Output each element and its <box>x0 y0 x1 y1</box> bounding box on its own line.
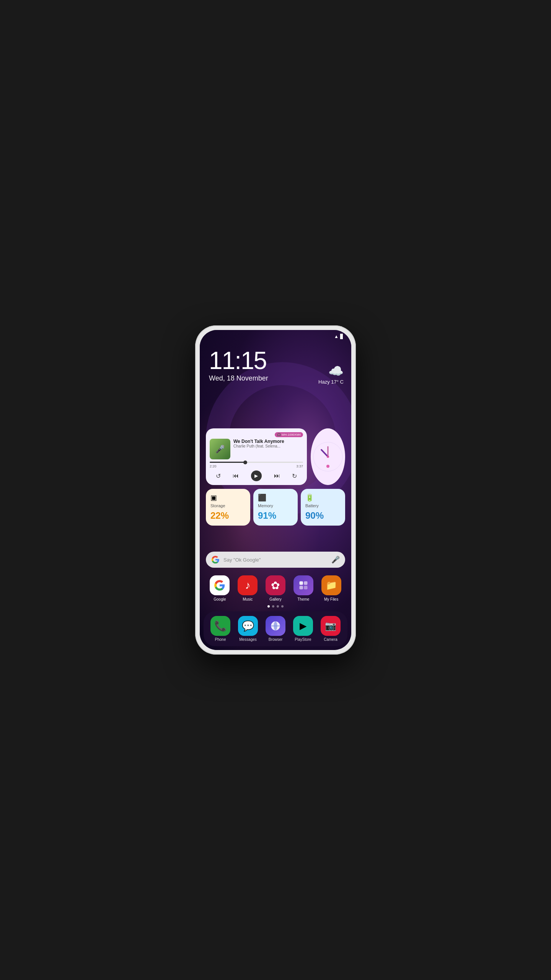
music-label: Music <box>243 597 253 601</box>
page-dot-3[interactable] <box>277 605 279 608</box>
app-myfiles[interactable]: 📁 My Files <box>320 575 343 601</box>
phone-label: Phone <box>215 637 226 642</box>
apps-area: Google ♪ Music ✿ Gallery <box>200 572 351 601</box>
svg-point-3 <box>327 456 329 458</box>
phone-screen: ▲ ▊ 11:15 Wed, 18 November ☁️ Hazy 17° C <box>200 330 351 650</box>
memory-label: Memory <box>258 503 293 508</box>
files-label: My Files <box>324 597 338 601</box>
battery-icon: 🔋 <box>305 493 341 502</box>
music-artist: Charlie Puth (feat. Selena... <box>233 444 303 448</box>
progress-fill <box>210 462 245 463</box>
gallery-icon: ✿ <box>266 575 285 595</box>
app-gallery[interactable]: ✿ Gallery <box>264 575 287 601</box>
messages-icon: 💬 <box>238 616 258 636</box>
storage-value: 22% <box>210 510 246 521</box>
dock-playstore[interactable]: ▶ PlayStore <box>293 616 313 642</box>
svg-rect-5 <box>299 581 303 585</box>
browser-label: Browser <box>269 637 283 642</box>
weather-widget: ☁️ Hazy 17° C <box>318 364 344 385</box>
play-button[interactable]: ▶ <box>251 470 262 481</box>
total-time: 3:37 <box>296 464 303 468</box>
analog-clock-widget <box>311 428 345 485</box>
dock-browser[interactable]: Browser <box>266 616 285 642</box>
storage-widget[interactable]: ▣ Storage 22% <box>206 489 250 526</box>
widgets-area: 🎧 WH-1000XM4 🎤 We Don't Talk Anymore Cha… <box>200 428 351 529</box>
svg-rect-6 <box>304 581 307 585</box>
dock: 📞 Phone 💬 Messages Browser <box>204 611 347 646</box>
app-music[interactable]: ♪ Music <box>236 575 259 601</box>
storage-icon: ▣ <box>210 493 246 502</box>
album-art: 🎤 <box>210 439 230 459</box>
svg-rect-8 <box>304 586 307 589</box>
camera-label: Camera <box>324 637 337 642</box>
progress-bar[interactable] <box>210 462 303 463</box>
wifi-icon: ▲ <box>334 334 339 339</box>
dock-camera[interactable]: 📷 Camera <box>321 616 341 642</box>
battery-label: Battery <box>305 503 341 508</box>
page-dot-1[interactable] <box>267 605 270 608</box>
forward-button[interactable]: ↻ <box>292 472 297 480</box>
headphone-icon: 🎧 <box>277 433 281 436</box>
memory-widget[interactable]: ⬛ Memory 91% <box>253 489 298 526</box>
music-controls: ↺ ⏮ ▶ ⏭ ↻ <box>210 470 303 481</box>
page-dot-2[interactable] <box>272 605 274 608</box>
analog-clock-face <box>313 441 343 472</box>
dock-phone[interactable]: 📞 Phone <box>210 616 230 642</box>
google-icon <box>210 575 230 595</box>
google-logo <box>211 555 220 564</box>
weather-cloud-icon: ☁️ <box>318 364 344 378</box>
status-bar: ▲ ▊ <box>200 330 351 341</box>
music-icon: ♪ <box>238 575 258 595</box>
svg-point-4 <box>326 465 329 468</box>
theme-label: Theme <box>297 597 309 601</box>
apps-grid: Google ♪ Music ✿ Gallery <box>206 575 345 601</box>
app-theme[interactable]: Theme <box>292 575 315 601</box>
memory-icon: ⬛ <box>258 493 293 502</box>
files-icon: 📁 <box>321 575 341 595</box>
mic-icon[interactable]: 🎤 <box>331 555 340 564</box>
page-dots <box>200 605 351 608</box>
headphone-badge: 🎧 WH-1000XM4 <box>275 432 303 437</box>
camera-icon: 📷 <box>321 616 341 636</box>
search-placeholder: Say "Ok Google" <box>223 557 328 563</box>
messages-label: Messages <box>239 637 257 642</box>
page-dot-4[interactable] <box>281 605 284 608</box>
gallery-label: Gallery <box>269 597 282 601</box>
battery-status-icon: ▊ <box>340 334 344 339</box>
memory-value: 91% <box>258 510 293 521</box>
search-bar[interactable]: Say "Ok Google" 🎤 <box>206 552 345 568</box>
time-row: 2:20 3:37 <box>210 464 303 468</box>
prev-button[interactable]: ⏮ <box>233 472 239 479</box>
music-widget[interactable]: 🎧 WH-1000XM4 🎤 We Don't Talk Anymore Cha… <box>206 428 307 485</box>
progress-dot <box>243 461 247 464</box>
storage-label: Storage <box>210 503 246 508</box>
music-info: We Don't Talk Anymore Charlie Puth (feat… <box>233 439 303 448</box>
dock-messages[interactable]: 💬 Messages <box>238 616 258 642</box>
browser-icon <box>266 616 285 636</box>
music-row: 🎧 WH-1000XM4 🎤 We Don't Talk Anymore Cha… <box>206 428 345 485</box>
weather-text: Hazy 17° C <box>318 379 344 385</box>
music-title: We Don't Talk Anymore <box>233 439 303 444</box>
replay-button[interactable]: ↺ <box>216 472 221 480</box>
playstore-icon: ▶ <box>293 616 313 636</box>
app-google[interactable]: Google <box>208 575 231 601</box>
google-label: Google <box>214 597 226 601</box>
current-time: 2:20 <box>210 464 217 468</box>
album-art-image: 🎤 <box>210 439 230 459</box>
battery-value: 90% <box>305 510 341 521</box>
svg-rect-7 <box>299 586 303 589</box>
music-header: 🎤 We Don't Talk Anymore Charlie Puth (fe… <box>210 439 303 459</box>
phone-frame: ▲ ▊ 11:15 Wed, 18 November ☁️ Hazy 17° C <box>195 325 356 655</box>
screen-content: ▲ ▊ 11:15 Wed, 18 November ☁️ Hazy 17° C <box>200 330 351 650</box>
stats-row: ▣ Storage 22% ⬛ Memory 91% 🔋 Battery 90% <box>206 489 345 526</box>
playstore-label: PlayStore <box>295 637 311 642</box>
status-right-icons: ▲ ▊ <box>334 334 344 339</box>
battery-widget[interactable]: 🔋 Battery 90% <box>301 489 345 526</box>
phone-icon: 📞 <box>210 616 230 636</box>
next-button[interactable]: ⏭ <box>274 472 280 479</box>
theme-icon <box>293 575 313 595</box>
